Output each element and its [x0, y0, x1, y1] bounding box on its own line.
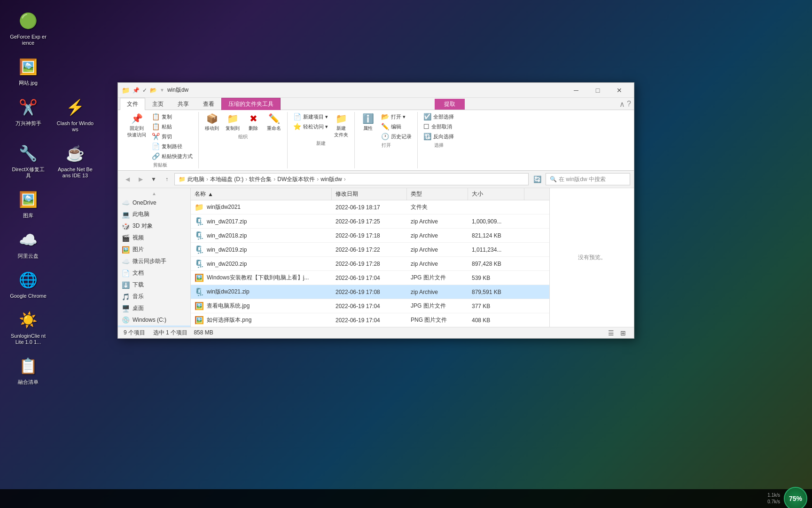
title-bar: 📁 📌 ✓ 📂 ▼ win版dw ─ □ ✕ [118, 83, 634, 98]
video-icon: 🎬 [122, 234, 130, 242]
table-row[interactable]: 🖼️如何选择版本.png2022-06-19 17:04PNG 图片文件408 … [191, 313, 549, 327]
open-label: 打开 [382, 142, 391, 149]
desktop-label: 桌面 [133, 304, 144, 312]
sidebar-item-pictures[interactable]: 🖼️ 图片 [118, 244, 190, 255]
file-date-cell: 2022-06-19 17:04 [332, 315, 407, 326]
invert-select-button[interactable]: 🔃 反向选择 [422, 132, 456, 141]
no-preview-text: 没有预览。 [578, 254, 606, 262]
select-small-group: ☑️ 全部选择 ☐ 全部取消 🔃 反向选择 [422, 112, 456, 141]
sidebar-item-music[interactable]: 🎵 音乐 [118, 291, 190, 302]
desktop-icon-netbeans[interactable]: ☕ Apache Net Beans IDE 13 [56, 142, 94, 179]
maximize-button[interactable]: □ [587, 83, 609, 98]
tab-home[interactable]: 主页 [145, 98, 171, 110]
desktop-icon-website[interactable]: 🖼️ 网站.jpg [9, 56, 47, 86]
pin-icon: 📌 [133, 87, 140, 94]
file-name-cell: 🖼️如何选择版本.png [191, 313, 332, 327]
sidebar-item-onedrive[interactable]: ☁️ OneDrive [118, 197, 190, 208]
forward-button[interactable]: ▶ [135, 174, 146, 185]
sidebar-item-weiyun[interactable]: ☁️ 微云同步助手 [118, 255, 190, 267]
back-button[interactable]: ◀ [122, 174, 133, 185]
col-header-type[interactable]: 类型 [407, 188, 468, 200]
sidebar-item-thispc[interactable]: 💻 此电脑 [118, 208, 190, 220]
sidebar-item-video[interactable]: 🎬 视频 [118, 232, 190, 244]
cut-button[interactable]: ✂️ 剪切 [150, 132, 195, 141]
pin-to-quick-button[interactable]: 📌 固定到快速访问 [125, 112, 148, 139]
desktop-icon-ronghe[interactable]: 📋 融合清单 [9, 355, 47, 385]
details-view-button[interactable]: ⊞ [618, 328, 628, 338]
col-header-size[interactable]: 大小 [468, 188, 524, 200]
table-row[interactable]: 🗜️win_dw2017.zip2022-06-19 17:25zip Arch… [191, 214, 549, 229]
history-label: 历史记录 [391, 133, 412, 140]
help-button[interactable]: ? [627, 100, 631, 109]
file-name: win_dw2019.zip [207, 246, 247, 253]
refresh-button[interactable]: 🔄 [531, 173, 544, 186]
sidebar-item-desktop[interactable]: 🖥️ 桌面 [118, 302, 190, 314]
delete-button[interactable]: ✖ 删除 [244, 112, 263, 133]
up-button[interactable]: ↑ [161, 174, 172, 185]
copy-to-button[interactable]: 📁 复制到 [223, 112, 242, 133]
new-folder-button[interactable]: 📁 新建文件夹 [332, 112, 351, 139]
desktop-icon-wanxing[interactable]: ✂️ 万兴神剪手 [9, 96, 47, 133]
website-icon: 🖼️ [17, 56, 39, 78]
list-view-button[interactable]: ☰ [606, 328, 616, 338]
ribbon: 📌 固定到快速访问 📋 复制 📋 粘贴 [118, 110, 634, 171]
desktop-icon-geforce[interactable]: 🟢 GeForce Exp erience [9, 9, 47, 46]
copy-button[interactable]: 📋 复制 [150, 112, 195, 121]
tab-view[interactable]: 查看 [196, 98, 221, 110]
desktop-icon-sunlogin[interactable]: ☀️ SunloginClie ntLite 1.0 1... [9, 309, 47, 345]
table-row[interactable]: 🗜️win_dw2019.zip2022-06-19 17:22zip Arch… [191, 243, 549, 257]
sidebar-item-downloads[interactable]: ⬇️ 下载 [118, 279, 190, 291]
sidebar-item-3dobjects[interactable]: 🎲 3D 对象 [118, 220, 190, 232]
desktop-icon-aliyun[interactable]: ☁️ 阿里云盘 [9, 229, 47, 259]
folder-icon: 📁 [122, 87, 130, 94]
search-box[interactable]: 🔍 在 win版dw 中搜索 [546, 173, 630, 185]
new-item-button[interactable]: 📄 新建项目 ▾ [291, 112, 330, 121]
history-button[interactable]: 🕐 历史记录 [379, 132, 414, 141]
recent-button[interactable]: ▼ [148, 174, 159, 185]
select-all-button[interactable]: ☑️ 全部选择 [422, 112, 456, 121]
file-name-cell: 🖼️查看电脑系统.jpg [191, 299, 332, 313]
table-row[interactable]: 🗜️win_dw2020.zip2022-06-19 17:28zip Arch… [191, 257, 549, 271]
address-d: 本地磁盘 (D:) [210, 175, 243, 183]
paste-shortcut-button[interactable]: 🔗 粘贴快捷方式 [150, 151, 195, 161]
desktop-icon-clash[interactable]: ⚡ Clash for Windows [56, 96, 94, 133]
desktop-icon-photos[interactable]: 🖼️ 图库 [9, 188, 47, 219]
open-button[interactable]: 📂 打开 ▾ [379, 112, 414, 121]
close-button[interactable]: ✕ [609, 83, 630, 98]
sidebar-item-windows-c[interactable]: 💿 Windows (C:) [118, 314, 190, 325]
website-label: 网站.jpg [19, 80, 38, 86]
table-row[interactable]: 🖼️查看电脑系统.jpg2022-06-19 17:04JPG 图片文件377 … [191, 299, 549, 313]
col-header-name[interactable]: 名称 ▲ [191, 188, 332, 200]
nav-bar: ◀ ▶ ▼ ↑ 📁 此电脑 › 本地磁盘 (D:) › 软件合集 › DW全版本… [118, 171, 634, 188]
desktop-icon-chrome[interactable]: 🌐 Google Chrome [9, 269, 47, 299]
edit-button[interactable]: ✏️ 编辑 [379, 122, 414, 131]
tab-file[interactable]: 文件 [120, 98, 145, 110]
easy-access-button[interactable]: ⭐ 轻松访问 ▾ [291, 122, 330, 131]
sidebar-item-docs[interactable]: 📄 文档 [118, 267, 190, 279]
pin-btn-icon: 📌 [131, 113, 143, 124]
col-header-date[interactable]: 修改日期 [332, 188, 407, 200]
ribbon-collapse-button[interactable]: ∧ [619, 100, 625, 109]
tab-extract-tools[interactable]: 压缩的文件夹工具 [221, 98, 281, 110]
deselect-all-button[interactable]: ☐ 全部取消 [422, 122, 456, 131]
file-name-cell: 🖼️Windows安装教程【下载到电脑上看】j... [191, 271, 332, 285]
table-row[interactable]: 🗜️win_dw2018.zip2022-06-19 17:18zip Arch… [191, 229, 549, 243]
search-placeholder: 在 win版dw 中搜索 [559, 175, 606, 183]
address-windw: win版dw [320, 175, 342, 183]
properties-button[interactable]: ℹ️ 属性 [359, 112, 377, 133]
sep3: › [273, 176, 275, 183]
netbeans-icon: ☕ [64, 142, 86, 165]
extract-button[interactable]: 提取 [435, 99, 465, 110]
sort-size-label: 大小 [472, 190, 483, 198]
paste-button[interactable]: 📋 粘贴 [150, 122, 195, 131]
copy-path-button[interactable]: 📄 复制路径 [150, 142, 195, 151]
table-row[interactable]: 📁win版dw20212022-06-19 18:17文件夹 [191, 200, 549, 214]
tab-share[interactable]: 共享 [171, 98, 196, 110]
move-to-button[interactable]: 📦 移动到 [203, 112, 221, 133]
address-bar[interactable]: 📁 此电脑 › 本地磁盘 (D:) › 软件合集 › DW全版本软件 › win… [174, 173, 529, 185]
table-row[interactable]: 🖼️Windows安装教程【下载到电脑上看】j...2022-06-19 17:… [191, 271, 549, 285]
minimize-button[interactable]: ─ [565, 83, 587, 98]
table-row[interactable]: 🗜️win版dw2021.zip2022-06-19 17:08zip Arch… [191, 285, 549, 299]
rename-button[interactable]: ✏️ 重命名 [265, 112, 283, 133]
desktop-icon-directx[interactable]: 🔧 DirectX修复工具 [9, 142, 47, 179]
